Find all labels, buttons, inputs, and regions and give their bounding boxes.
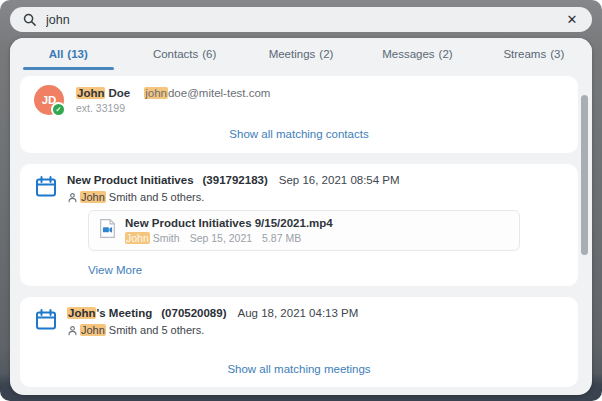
results-content: JD ✓ JohnDoejohndoe@mitel-test.com ext. …	[10, 70, 592, 395]
tab-messages[interactable]: Messages (2)	[359, 38, 475, 70]
attachment-date: Sep 15, 2021	[190, 232, 252, 244]
meeting-title: New Product Initiatives	[67, 174, 194, 186]
contact-result-john-doe[interactable]: JD ✓ JohnDoejohndoe@mitel-test.com ext. …	[34, 85, 564, 115]
contact-email: johndoe@mitel-test.com	[144, 87, 270, 99]
contact-name: JohnDoe	[76, 87, 130, 99]
search-results-panel: All (13) Contacts (6) Meetings (2) Messa…	[10, 38, 592, 395]
show-all-matching-contacts-link[interactable]: Show all matching contacts	[229, 128, 368, 140]
person-icon	[67, 325, 78, 336]
meeting-datetime: Aug 18, 2021 04:13 PM	[238, 307, 359, 319]
search-input[interactable]	[46, 13, 564, 27]
scrollbar-thumb[interactable]	[581, 95, 588, 255]
tab-streams[interactable]: Streams (3)	[476, 38, 592, 70]
show-all-matching-meetings-link[interactable]: Show all matching meetings	[227, 363, 370, 375]
search-icon	[22, 12, 37, 27]
attachment-filename: New Product Initiatives 9/15/2021.mp4	[125, 217, 333, 229]
tab-contacts[interactable]: Contacts (6)	[126, 38, 242, 70]
close-icon[interactable]: ✕	[564, 12, 580, 28]
results-tabs: All (13) Contacts (6) Meetings (2) Messa…	[10, 38, 592, 70]
calendar-icon	[34, 175, 58, 199]
meeting-datetime: Sep 16, 2021 08:54 PM	[279, 174, 400, 186]
attachment-owner-highlight: John	[125, 232, 150, 244]
view-more-link[interactable]: View More	[88, 264, 142, 276]
person-icon	[67, 192, 78, 203]
meeting-row[interactable]: John's Meeting(070520089)Aug 18, 2021 04…	[34, 307, 564, 336]
search-overlay-window: ✕ All (13) Contacts (6) Meetings (2) Mes	[0, 0, 602, 401]
calendar-icon	[34, 308, 58, 332]
presence-available-icon: ✓	[51, 102, 66, 117]
contacts-section-card: JD ✓ JohnDoejohndoe@mitel-test.com ext. …	[20, 76, 578, 153]
search-bar[interactable]: ✕	[10, 7, 592, 32]
avatar: JD ✓	[34, 85, 64, 115]
tab-all[interactable]: All (13)	[10, 38, 126, 70]
meeting-result-johns-meeting: John's Meeting(070520089)Aug 18, 2021 04…	[20, 297, 578, 387]
meeting-recording-attachment[interactable]: New Product Initiatives 9/15/2021.mp4 Jo…	[88, 210, 520, 251]
meeting-result-new-product-initiatives: New Product Initiatives(391792183)Sep 16…	[20, 164, 578, 286]
meeting-id: (391792183)	[203, 174, 268, 186]
meeting-id: (070520089)	[161, 307, 226, 319]
meeting-participants: JohnSmith and 5 others.	[67, 324, 358, 336]
contact-extension: ext. 33199	[76, 102, 270, 114]
meeting-title: John's Meeting	[67, 307, 152, 319]
attachment-size: 5.87 MB	[262, 232, 301, 244]
tab-meetings[interactable]: Meetings (2)	[243, 38, 359, 70]
video-file-icon	[99, 218, 116, 239]
meeting-participants: JohnSmith and 5 others.	[67, 191, 400, 203]
meeting-row[interactable]: New Product Initiatives(391792183)Sep 16…	[34, 174, 564, 203]
